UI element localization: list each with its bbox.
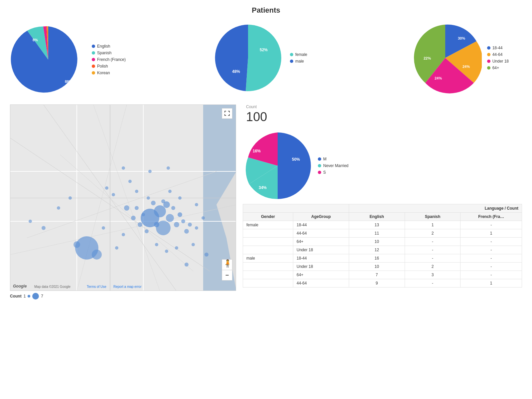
report-link[interactable]: Report a map error (113, 285, 141, 289)
polish-dot (92, 65, 95, 68)
spanish-cell: 1 (405, 221, 461, 229)
svg-point-56 (195, 203, 198, 206)
svg-point-21 (174, 222, 179, 227)
count-dot-large (32, 293, 39, 299)
gender-cell (243, 263, 293, 271)
m-label-text: M (323, 157, 327, 161)
bottom-row: + − 🧍 Google Map data ©2021 Google Terms… (0, 101, 532, 299)
age-chart-block: 30% 24% 24% 22% 18-44 44-64 Under 18 (342, 21, 522, 95)
legend-18-44: 18-44 (487, 46, 509, 50)
age4464-label-text: 44-64 (492, 52, 503, 57)
age-cell: Under 18 (293, 246, 349, 254)
legend-female: female (290, 52, 307, 57)
legend-korean: Korean (92, 71, 126, 75)
age1844-dot (487, 46, 490, 50)
map-controls (222, 108, 232, 119)
count-legend: Count 1 7 (10, 293, 236, 299)
age-col-header: AgeGroup (293, 213, 349, 221)
english-cell: 10 (349, 238, 405, 246)
svg-point-61 (29, 220, 32, 223)
legend-spanish: Spanish (92, 51, 126, 55)
french-cell: - (461, 246, 522, 254)
map-svg (10, 105, 236, 291)
terms-link[interactable]: Terms of Use (87, 285, 106, 289)
french-col-header: French (Fra… (461, 213, 522, 221)
gender-cell (243, 271, 293, 279)
age4464-dot (487, 53, 490, 56)
svg-point-58 (204, 253, 208, 257)
english-cell: 13 (349, 221, 405, 229)
m-label: 50% (292, 157, 300, 162)
google-logo-label: Google (13, 284, 27, 289)
count-dot-small (28, 295, 30, 298)
french-dot (92, 58, 95, 61)
svg-point-18 (166, 214, 174, 222)
male-pct-label: 48% (232, 69, 240, 74)
language-pie-chart: 88% 8% (10, 21, 86, 98)
age-cell: 64+ (293, 271, 349, 279)
count-min-label: 1 (24, 294, 26, 299)
svg-point-38 (92, 250, 102, 260)
age-cell: 44-64 (293, 229, 349, 238)
svg-point-17 (154, 205, 166, 217)
age-cell: 64+ (293, 238, 349, 246)
svg-point-45 (115, 246, 118, 250)
spanish-cell: 2 (405, 263, 461, 271)
map-data-label: Map data ©2021 Google (34, 285, 70, 289)
svg-point-62 (148, 170, 152, 173)
never-married-dot (318, 164, 321, 167)
age-under18-dot (487, 60, 490, 63)
age-cell: 18-44 (293, 254, 349, 263)
gender-legend: female male (290, 52, 307, 64)
svg-point-30 (135, 206, 139, 210)
svg-point-23 (178, 212, 182, 217)
svg-point-46 (102, 226, 105, 230)
svg-point-52 (128, 180, 132, 183)
svg-point-25 (181, 219, 185, 223)
svg-point-60 (42, 226, 46, 230)
gender-cell: male (243, 254, 293, 263)
svg-point-29 (138, 222, 142, 227)
age64plus-label-text: 64+ (492, 66, 499, 70)
english-cell: 9 (349, 279, 405, 288)
male-label: male (295, 59, 304, 64)
svg-point-41 (105, 186, 108, 190)
svg-point-47 (175, 246, 178, 250)
table-row: Under 1812-- (243, 246, 522, 254)
language-chart-block: 88% 8% English Spanish French (France) (10, 21, 176, 98)
svg-point-44 (122, 233, 125, 236)
language-count-header: Language / Count (349, 204, 522, 213)
s-label: 16% (253, 149, 261, 153)
zoom-out-button[interactable]: − (222, 270, 232, 281)
svg-point-53 (122, 166, 125, 170)
page-title: Patients (0, 0, 532, 18)
svg-point-26 (161, 199, 165, 203)
s-dot (318, 171, 321, 174)
female-dot (290, 53, 293, 56)
fullscreen-button[interactable] (222, 108, 232, 119)
age-under18-label-text: Under 18 (492, 59, 509, 64)
legend-polish: Polish (92, 64, 126, 69)
svg-point-32 (188, 223, 192, 227)
spanish-label: Spanish (97, 51, 111, 55)
pegman-icon[interactable]: 🧍 (223, 259, 232, 268)
english-cell: 16 (349, 254, 405, 263)
french-cell: - (461, 238, 522, 246)
french-label: French (France) (97, 57, 126, 62)
svg-point-31 (184, 229, 189, 234)
count-value: 100 (246, 110, 522, 124)
gender-chart-block: 52% 48% female male (176, 21, 342, 95)
svg-point-36 (147, 196, 150, 200)
english-dot (92, 45, 95, 48)
female-label: female (295, 52, 307, 57)
english-cell: 11 (349, 229, 405, 238)
french-cell: 1 (461, 229, 522, 238)
count-display-block: Count 100 (246, 104, 522, 127)
english-label: English (97, 44, 110, 49)
svg-point-28 (131, 216, 136, 220)
s-label-text: S (323, 170, 326, 175)
map-section: + − 🧍 Google Map data ©2021 Google Terms… (10, 104, 236, 299)
age64plus-label: 22% (424, 56, 431, 60)
count-legend-label: Count (10, 294, 22, 299)
table-empty-header (243, 204, 349, 213)
